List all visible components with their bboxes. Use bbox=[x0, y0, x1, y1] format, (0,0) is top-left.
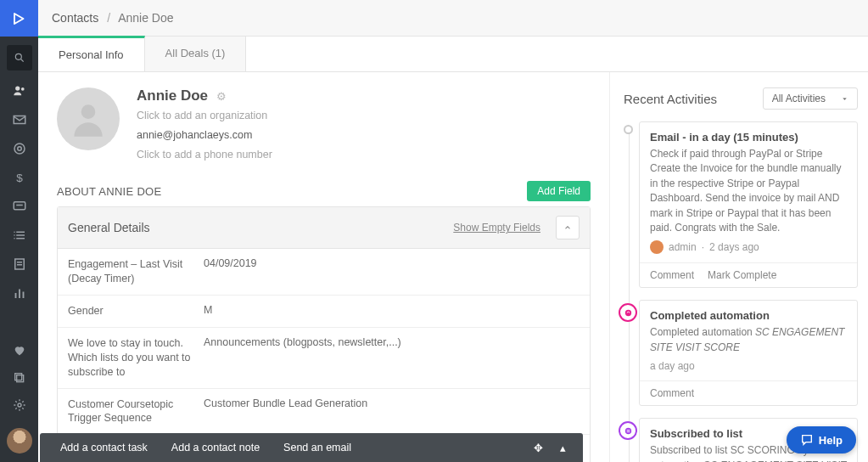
general-details: General Details Show Empty Fields Engage… bbox=[57, 206, 591, 462]
activity-item: Completed automation Completed automatio… bbox=[639, 300, 858, 406]
chat-icon bbox=[800, 433, 814, 447]
search-icon[interactable] bbox=[7, 45, 32, 70]
app-logo[interactable] bbox=[0, 0, 38, 37]
deals-icon[interactable]: $ bbox=[12, 170, 27, 185]
topbar: Contacts / Annie Doe bbox=[38, 0, 868, 37]
svg-point-25 bbox=[81, 104, 96, 119]
chevron-down-icon bbox=[841, 95, 848, 103]
mail-icon[interactable] bbox=[12, 112, 27, 127]
help-button[interactable]: Help bbox=[787, 426, 856, 454]
contact-info: Annie Doe ⚙ Click to add an organization… bbox=[137, 87, 272, 162]
comment-action[interactable]: Comment bbox=[650, 269, 694, 281]
move-icon[interactable]: ✥ bbox=[525, 442, 552, 454]
activity-title: Email - in a day (15 minutes) bbox=[650, 131, 847, 144]
forms-icon[interactable] bbox=[12, 256, 27, 272]
breadcrumb-current: Annie Doe bbox=[118, 11, 173, 25]
automation-icon bbox=[619, 303, 637, 322]
heart-icon[interactable] bbox=[12, 343, 27, 358]
svg-point-14 bbox=[14, 234, 15, 236]
list-icon bbox=[619, 421, 637, 440]
svg-point-2 bbox=[15, 86, 20, 90]
svg-point-15 bbox=[14, 238, 15, 239]
svg-rect-28 bbox=[626, 430, 630, 431]
svg-point-24 bbox=[18, 403, 21, 407]
general-details-title: General Details bbox=[68, 221, 150, 234]
breadcrumb: Contacts / Annie Doe bbox=[52, 11, 174, 25]
contact-email[interactable]: annie@johanclaeys.com bbox=[137, 127, 272, 144]
sidebar: $ bbox=[0, 0, 38, 462]
svg-text:$: $ bbox=[16, 172, 23, 184]
detail-row: We love to stay in touch. Which lists do… bbox=[58, 328, 590, 389]
activity-title: Completed automation bbox=[650, 309, 847, 322]
svg-point-5 bbox=[14, 144, 25, 154]
detail-row: GenderM bbox=[58, 296, 590, 328]
send-email-button[interactable]: Send an email bbox=[272, 442, 363, 454]
svg-rect-22 bbox=[16, 375, 23, 382]
collapse-button[interactable] bbox=[556, 216, 580, 239]
add-contact-task-button[interactable]: Add a contact task bbox=[48, 442, 160, 454]
timeline-dot bbox=[624, 125, 633, 134]
contacts-icon[interactable] bbox=[12, 83, 27, 99]
reports-icon[interactable] bbox=[12, 285, 27, 301]
settings-icon[interactable] bbox=[12, 397, 27, 413]
target-icon[interactable] bbox=[12, 141, 27, 156]
contact-avatar[interactable] bbox=[57, 87, 120, 150]
svg-point-3 bbox=[20, 87, 24, 91]
admin-avatar-icon bbox=[650, 240, 664, 254]
svg-rect-23 bbox=[14, 374, 21, 380]
add-contact-note-button[interactable]: Add a contact note bbox=[160, 442, 272, 454]
activities-filter[interactable]: All Activities bbox=[763, 87, 858, 110]
about-heading: ABOUT ANNIE DOE bbox=[57, 185, 161, 198]
add-field-button[interactable]: Add Field bbox=[527, 181, 591, 201]
user-avatar[interactable] bbox=[7, 428, 32, 454]
lists-icon[interactable] bbox=[12, 228, 27, 243]
svg-point-27 bbox=[624, 427, 630, 433]
tab-personal-info[interactable]: Personal Info bbox=[38, 36, 145, 71]
svg-point-26 bbox=[624, 310, 630, 316]
contact-name: Annie Doe bbox=[137, 87, 208, 104]
tabs: Personal Info All Deals (1) bbox=[38, 37, 868, 72]
contact-header: Annie Doe ⚙ Click to add an organization… bbox=[57, 87, 591, 162]
mark-complete-action[interactable]: Mark Complete bbox=[708, 269, 776, 281]
conversations-icon[interactable] bbox=[12, 199, 27, 214]
activity-desc: Check if paid through PayPal or Stripe C… bbox=[650, 147, 847, 235]
expand-icon[interactable]: ▴ bbox=[552, 442, 574, 454]
activity-item: Email - in a day (15 minutes) Check if p… bbox=[639, 121, 858, 288]
copy-icon[interactable] bbox=[12, 370, 27, 386]
svg-rect-29 bbox=[626, 431, 630, 432]
contact-settings-icon[interactable]: ⚙ bbox=[216, 90, 227, 103]
svg-point-13 bbox=[14, 232, 15, 234]
breadcrumb-root[interactable]: Contacts bbox=[52, 11, 98, 25]
add-phone-link[interactable]: Click to add a phone number bbox=[137, 147, 272, 163]
svg-point-6 bbox=[17, 147, 21, 151]
bottom-action-bar: Add a contact task Add a contact note Se… bbox=[40, 433, 583, 462]
detail-row: Customer Coursetopic Trigger SequenceCus… bbox=[58, 389, 590, 436]
svg-point-0 bbox=[15, 54, 21, 59]
timeline: Email - in a day (15 minutes) Check if p… bbox=[624, 121, 858, 462]
activities-heading: Recent Activities bbox=[624, 92, 717, 106]
add-org-link[interactable]: Click to add an organization bbox=[137, 108, 272, 124]
svg-line-1 bbox=[20, 59, 23, 62]
tab-all-deals[interactable]: All Deals (1) bbox=[145, 37, 247, 71]
show-empty-fields-link[interactable]: Show Empty Fields bbox=[453, 222, 540, 234]
detail-row: Engagement – Last Visit (Decay Timer)04/… bbox=[58, 249, 590, 296]
activity-desc: Completed automation SC ENGAGEMENT SITE … bbox=[650, 325, 847, 355]
comment-action[interactable]: Comment bbox=[650, 387, 694, 399]
